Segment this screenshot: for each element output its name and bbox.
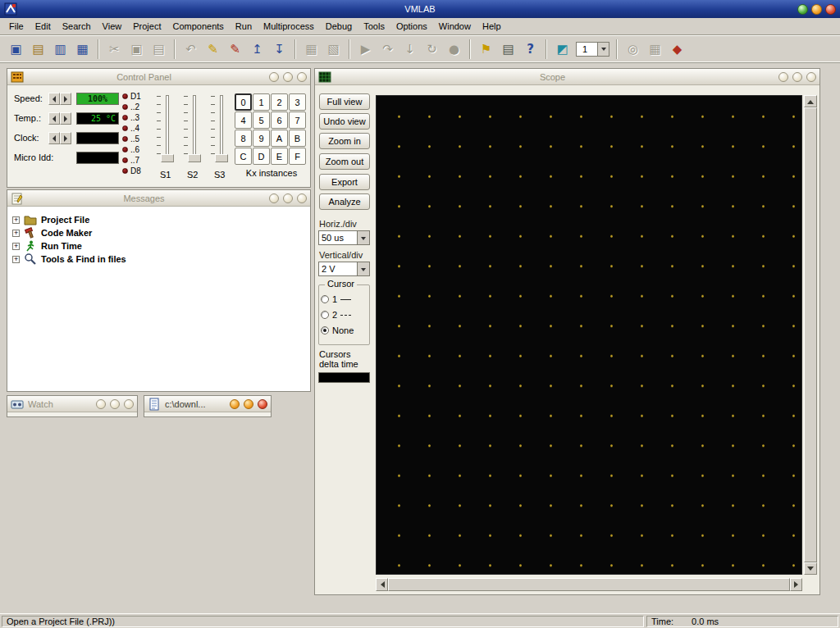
menu-search[interactable]: Search [57,20,97,33]
expand-icon[interactable] [12,243,20,250]
scroll-down-icon[interactable] [804,562,817,575]
menu-multiprocess[interactable]: Multiprocess [258,20,320,33]
watch-titlebar[interactable]: Watch [7,396,137,412]
expand-icon[interactable] [12,256,20,263]
scrollbar-thumb[interactable] [804,107,817,562]
clock-decrease-button[interactable] [48,132,60,144]
vertical-div-select[interactable]: 2 V [318,262,370,276]
radio-icon[interactable] [321,326,329,334]
temp-decrease-button[interactable] [48,112,60,125]
menu-window[interactable]: Window [433,20,477,33]
horiz-div-select[interactable]: 50 us [318,230,370,245]
editor-titlebar[interactable]: c:\downl... [144,396,271,412]
chevron-down-icon[interactable] [357,262,369,275]
goto-top-icon[interactable]: ↥ [246,38,268,60]
key-c[interactable]: C [235,148,252,165]
expand-icon[interactable] [12,230,20,237]
temp-increase-button[interactable] [60,112,71,125]
slider-s2[interactable] [183,93,204,164]
maximize-button[interactable] [283,72,293,82]
cursor-radio-2[interactable]: 2 [321,310,351,320]
menu-debug[interactable]: Debug [320,20,358,33]
key-8[interactable]: 8 [235,130,252,147]
key-5[interactable]: 5 [253,111,270,129]
key-3[interactable]: 3 [289,93,306,111]
scope-plot-area[interactable] [376,95,802,575]
messages-titlebar[interactable]: Messages [7,190,310,207]
highlight-icon[interactable]: ✎ [202,38,224,60]
vertical-scrollbar[interactable] [804,95,817,575]
tile-windows-icon[interactable]: ▦ [644,38,666,60]
build-icon[interactable]: ▦ [300,38,322,60]
key-0[interactable]: 0 [235,93,252,111]
undo-icon[interactable]: ↶ [180,38,202,60]
close-button[interactable] [806,72,816,82]
titlebar[interactable]: VMLAB [0,0,840,18]
close-button[interactable] [297,72,307,82]
close-button[interactable] [825,4,836,15]
component-icon[interactable]: ◩ [551,38,573,60]
key-2[interactable]: 2 [271,93,288,111]
cursor-radio-none[interactable]: None [321,325,354,335]
rebuild-icon[interactable]: ▧ [322,38,345,60]
close-button[interactable] [297,193,307,203]
maximize-button[interactable] [244,399,253,409]
maximize-button[interactable] [110,399,120,409]
cursor-radio-1[interactable]: 1 [321,294,351,304]
key-e[interactable]: E [271,148,288,165]
edit-marker-icon[interactable]: ✎ [224,38,246,60]
horizontal-scrollbar[interactable] [376,578,802,591]
step-over-icon[interactable]: ↷ [377,38,399,60]
speed-decrease-button[interactable] [48,93,60,105]
undo-view-button[interactable]: Undo view [319,113,370,130]
key-b[interactable]: B [289,130,306,147]
save-project-icon[interactable]: ▦ [71,38,94,60]
flag-icon[interactable]: ⚑ [475,38,497,60]
minimize-button[interactable] [96,399,106,409]
clock-increase-button[interactable] [60,132,71,144]
open-project-icon[interactable]: ▤ [27,38,49,60]
scroll-up-icon[interactable] [804,95,817,107]
maximize-button[interactable] [283,193,293,203]
maximize-button[interactable] [811,4,822,15]
key-9[interactable]: 9 [253,130,270,147]
key-6[interactable]: 6 [271,111,288,129]
tree-item-run-time[interactable]: Run Time [12,239,82,253]
instance-spinner[interactable]: 1 [576,42,609,57]
minimize-button[interactable] [797,4,808,15]
menu-tools[interactable]: Tools [358,20,390,33]
instance-value[interactable]: 1 [576,42,597,57]
close-button[interactable] [258,399,267,409]
control-panel-titlebar[interactable]: Control Panel [7,69,310,85]
minimize-button[interactable] [269,72,279,82]
minimize-button[interactable] [230,399,240,409]
probe-icon[interactable]: ◆ [666,38,688,60]
zoom-out-button[interactable]: Zoom out [319,153,370,170]
slider-s3[interactable] [210,93,231,164]
menu-edit[interactable]: Edit [30,20,57,33]
menu-project[interactable]: Project [127,20,167,33]
cut-icon[interactable]: ✂ [103,38,126,60]
scroll-left-icon[interactable] [376,578,388,591]
menu-help[interactable]: Help [477,20,507,33]
scope-titlebar[interactable]: Scope [315,69,819,85]
key-a[interactable]: A [271,130,288,147]
full-view-button[interactable]: Full view [319,93,370,110]
reset-icon[interactable]: ↻ [421,38,443,60]
analyze-button[interactable]: Analyze [319,193,370,210]
tree-item-tools-find[interactable]: Tools & Find in files [12,253,126,266]
export-button[interactable]: Export [319,174,370,190]
tree-item-project-file[interactable]: Project File [12,213,89,226]
key-1[interactable]: 1 [253,93,270,111]
menu-file[interactable]: File [3,20,30,33]
menu-options[interactable]: Options [390,20,433,33]
chevron-down-icon[interactable] [357,231,369,244]
new-project-icon[interactable]: ▣ [5,38,27,60]
prev-window-icon[interactable]: ◎ [622,38,644,60]
menu-components[interactable]: Components [167,20,229,33]
key-4[interactable]: 4 [235,111,252,129]
run-icon[interactable]: ▶ [354,38,377,60]
minimize-button[interactable] [778,72,788,82]
scroll-right-icon[interactable] [790,578,802,591]
stop-icon[interactable]: ● [443,38,465,60]
